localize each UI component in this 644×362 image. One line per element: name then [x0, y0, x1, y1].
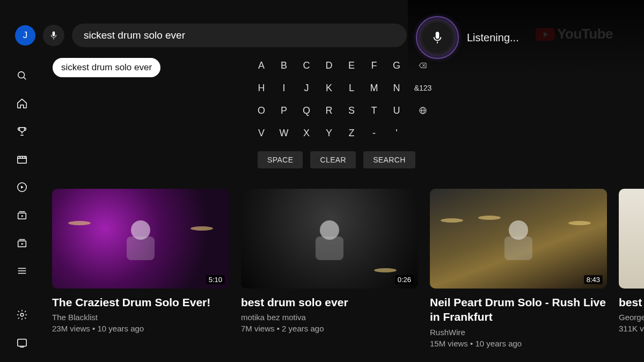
cast-icon[interactable]	[16, 337, 28, 349]
key-a[interactable]: A	[250, 58, 273, 73]
video-title: best	[619, 295, 644, 309]
video-card[interactable]: 5:10 The Craziest Drum Solo Ever! The Bl…	[52, 189, 229, 348]
video-card[interactable]: 8:43 Neil Peart Drum Solo - Rush Live in…	[430, 189, 607, 348]
video-thumbnail[interactable]	[619, 189, 644, 289]
avatar[interactable]: J	[15, 25, 35, 46]
video-card[interactable]: 0:26 best drum solo ever motika bez moti…	[241, 189, 418, 348]
listening-label: Listening...	[467, 32, 519, 44]
key-v[interactable]: V	[250, 125, 273, 141]
svg-line-1	[24, 77, 26, 80]
key-p[interactable]: P	[273, 103, 295, 118]
youtube-wordmark: YouTube	[557, 26, 613, 42]
movies-icon[interactable]	[16, 153, 28, 165]
key-f[interactable]: F	[363, 58, 385, 73]
space-key[interactable]: SPACE	[258, 151, 303, 168]
trophy-icon[interactable]	[16, 125, 28, 137]
key-r[interactable]: R	[318, 103, 340, 118]
video-title: The Craziest Drum Solo Ever!	[52, 295, 229, 309]
key-t[interactable]: T	[363, 103, 385, 118]
subscriptions-icon[interactable]	[16, 209, 28, 221]
key-d[interactable]: D	[318, 58, 340, 73]
video-duration: 8:43	[584, 275, 603, 284]
search-icon[interactable]	[16, 70, 28, 82]
key-o[interactable]: O	[250, 103, 273, 118]
video-thumbnail[interactable]: 8:43	[430, 189, 607, 289]
sidebar	[0, 0, 44, 362]
key-l[interactable]: L	[340, 80, 363, 95]
video-channel: The Blacklist	[52, 313, 229, 322]
key-dash[interactable]: -	[363, 125, 385, 141]
key-h[interactable]: H	[250, 80, 273, 95]
clear-key[interactable]: CLEAR	[310, 151, 356, 168]
key-b[interactable]: B	[273, 58, 295, 73]
video-title: best drum solo ever	[241, 295, 418, 309]
video-channel: motika bez motiva	[241, 313, 418, 322]
svg-point-11	[20, 313, 24, 316]
video-title: Neil Peart Drum Solo - Rush Live in Fran…	[430, 295, 607, 324]
language-key[interactable]	[408, 103, 438, 118]
search-suggestion-chip[interactable]: sickest drum solo ever	[53, 58, 160, 77]
key-q[interactable]: Q	[295, 103, 318, 118]
key-z[interactable]: Z	[340, 125, 363, 141]
youtube-play-icon	[536, 28, 555, 41]
key-g[interactable]: G	[385, 58, 408, 73]
key-i[interactable]: I	[273, 80, 295, 95]
key-j[interactable]: J	[295, 80, 318, 95]
key-x[interactable]: X	[295, 125, 318, 141]
video-duration: 0:26	[395, 275, 414, 284]
key-k[interactable]: K	[318, 80, 340, 95]
video-meta: 23M views • 10 years ago	[52, 324, 229, 333]
key-apostrophe[interactable]: '	[385, 125, 408, 141]
video-thumbnail[interactable]: 5:10	[52, 189, 229, 289]
video-meta: 311K v	[619, 324, 644, 333]
key-c[interactable]: C	[295, 58, 318, 73]
key-e[interactable]: E	[340, 58, 363, 73]
video-card[interactable]: best George 311K v	[619, 189, 644, 348]
music-icon[interactable]	[16, 181, 28, 193]
video-meta: 15M views • 10 years ago	[430, 339, 607, 348]
youtube-logo: YouTube	[536, 26, 613, 42]
voice-search-button[interactable]	[43, 25, 64, 46]
video-duration: 5:10	[206, 275, 225, 284]
results-row: 5:10 The Craziest Drum Solo Ever! The Bl…	[52, 189, 644, 348]
key-n[interactable]: N	[385, 80, 408, 95]
settings-icon[interactable]	[16, 309, 28, 321]
svg-rect-12	[18, 339, 27, 346]
key-m[interactable]: M	[363, 80, 385, 95]
menu-icon[interactable]	[16, 265, 28, 277]
video-channel: George	[619, 313, 644, 322]
video-thumbnail[interactable]: 0:26	[241, 189, 418, 289]
key-y[interactable]: Y	[318, 125, 340, 141]
video-channel: RushWire	[430, 328, 607, 337]
numbers-key[interactable]: &123	[408, 80, 438, 95]
video-meta: 7M views • 2 years ago	[241, 324, 418, 333]
listening-mic-icon	[419, 19, 456, 56]
key-u[interactable]: U	[385, 103, 408, 118]
search-input[interactable]: sickest drum solo ever	[72, 24, 407, 47]
key-w[interactable]: W	[273, 125, 295, 141]
key-s[interactable]: S	[340, 103, 363, 118]
top-row: J sickest drum solo ever	[15, 24, 407, 47]
library-icon[interactable]	[16, 237, 28, 249]
search-key[interactable]: SEARCH	[363, 151, 415, 168]
home-icon[interactable]	[16, 98, 28, 109]
